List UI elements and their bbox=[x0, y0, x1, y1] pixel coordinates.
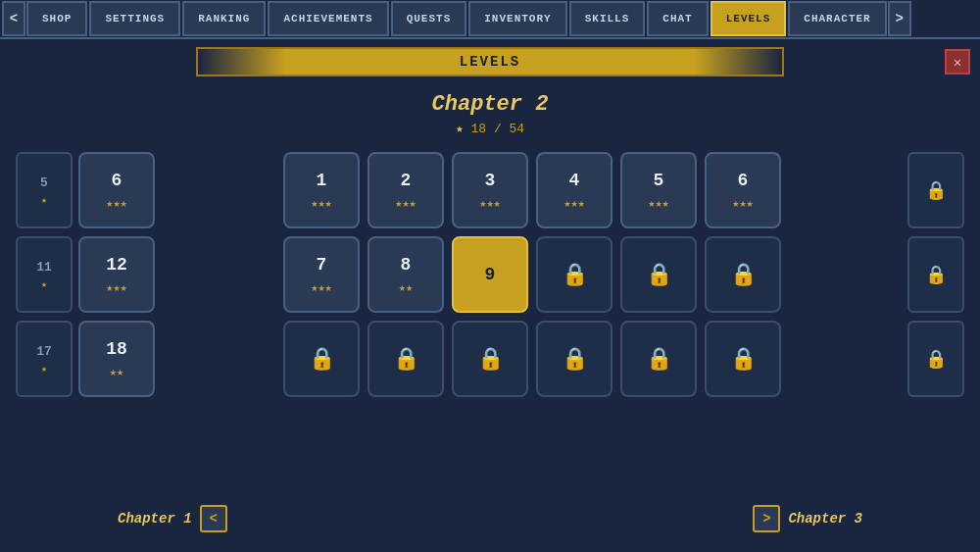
tab-character[interactable]: CHARACTER bbox=[788, 1, 886, 36]
lock-icon: 🔒 bbox=[477, 346, 504, 373]
tab-settings[interactable]: SETTINGS bbox=[89, 1, 180, 36]
chapter1-label: Chapter 1 bbox=[118, 511, 192, 527]
chapter3-label: Chapter 3 bbox=[788, 511, 862, 527]
level-number: 1 bbox=[317, 171, 327, 190]
level-tile-locked-17: 🔒 bbox=[620, 321, 697, 397]
level-number: 18 bbox=[106, 339, 127, 359]
tab-skills[interactable]: SKILLS bbox=[569, 1, 646, 36]
level-tile-locked-14: 🔒 bbox=[368, 321, 444, 397]
nav-left-arrow[interactable]: < bbox=[2, 1, 25, 36]
nav-bar: < SHOP SETTINGS RANKING ACHIEVEMENTS QUE… bbox=[0, 0, 980, 39]
level-tile-6[interactable]: 6 ★★★ bbox=[78, 152, 155, 228]
level-number: 8 bbox=[401, 255, 412, 275]
level-tile-locked-16: 🔒 bbox=[536, 321, 612, 397]
bottom-nav: Chapter 1 < > Chapter 3 bbox=[0, 505, 980, 532]
level-stars: ★★★ bbox=[732, 196, 754, 211]
tab-inventory[interactable]: INVENTORY bbox=[468, 1, 566, 36]
level-tile-8[interactable]: 8 ★★ bbox=[368, 236, 444, 313]
side-item-locked-2: 🔒 bbox=[907, 236, 964, 313]
lock-icon: 🔒 bbox=[562, 262, 588, 288]
level-tile-3[interactable]: 3 ★★★ bbox=[452, 152, 528, 228]
star-icon: ★ bbox=[456, 122, 464, 136]
left-side-panel: 5 ★ 11 ★ 17 ★ bbox=[10, 152, 78, 397]
side-stars: ★ bbox=[41, 278, 47, 290]
level-number: 4 bbox=[569, 171, 580, 190]
chapter1-nav[interactable]: Chapter 1 < bbox=[118, 505, 227, 532]
chapter-heading: Chapter 2 ★ 18 / 54 bbox=[0, 92, 980, 136]
lock-icon: 🔒 bbox=[562, 346, 588, 373]
center-grid: 1 ★★★ 2 ★★★ 3 ★★★ 4 ★★★ 5 ★★★ 6 ★★★ bbox=[163, 152, 902, 397]
level-tile-locked-18: 🔒 bbox=[705, 321, 781, 397]
chapter3-nav[interactable]: > Chapter 3 bbox=[753, 505, 862, 532]
side-item-17: 17 ★ bbox=[16, 321, 73, 397]
side-stars: ★ bbox=[41, 194, 47, 206]
level-tile-6b[interactable]: 6 ★★★ bbox=[705, 152, 781, 228]
lock-icon: 🔒 bbox=[925, 179, 947, 201]
grid-row-1: 1 ★★★ 2 ★★★ 3 ★★★ 4 ★★★ 5 ★★★ 6 ★★★ bbox=[283, 152, 781, 228]
side-level-num: 11 bbox=[36, 260, 52, 275]
right-side-panel: 🔒 🔒 🔒 bbox=[902, 152, 970, 397]
chapter3-arrow[interactable]: > bbox=[753, 505, 780, 532]
main-content: 5 ★ 11 ★ 17 ★ 6 ★★★ 12 ★★★ 18 ★★ 1 bbox=[0, 152, 980, 397]
nav-right-arrow[interactable]: > bbox=[888, 1, 911, 36]
level-tile-5[interactable]: 5 ★★★ bbox=[620, 152, 697, 228]
side-level-num: 5 bbox=[40, 176, 48, 190]
side-level-num: 17 bbox=[36, 344, 52, 359]
level-stars: ★★★ bbox=[479, 196, 501, 211]
level-number: 9 bbox=[485, 265, 496, 284]
lock-icon: 🔒 bbox=[646, 346, 672, 373]
level-number: 5 bbox=[654, 171, 664, 190]
level-tile-9[interactable]: 9 bbox=[452, 236, 528, 313]
level-stars: ★★ bbox=[399, 280, 413, 295]
level-number: 6 bbox=[738, 171, 749, 190]
level-tile-1[interactable]: 1 ★★★ bbox=[283, 152, 360, 228]
tab-shop[interactable]: SHOP bbox=[26, 1, 87, 36]
level-tile-4[interactable]: 4 ★★★ bbox=[536, 152, 612, 228]
grid-row-2: 7 ★★★ 8 ★★ 9 🔒 🔒 🔒 bbox=[283, 236, 781, 313]
level-number: 12 bbox=[106, 255, 127, 275]
lock-icon: 🔒 bbox=[925, 348, 947, 370]
lock-icon: 🔒 bbox=[730, 262, 757, 288]
level-stars: ★★★ bbox=[648, 196, 669, 211]
level-tile-2[interactable]: 2 ★★★ bbox=[368, 152, 444, 228]
level-tile-locked-13: 🔒 bbox=[283, 321, 360, 397]
tab-quests[interactable]: QUESTS bbox=[391, 1, 467, 36]
level-number: 6 bbox=[112, 171, 122, 190]
tab-ranking[interactable]: RANKING bbox=[182, 1, 266, 36]
page-title-wrap: LEVELS ✕ bbox=[0, 47, 980, 76]
tab-achievements[interactable]: ACHIEVEMENTS bbox=[268, 1, 388, 36]
chapter-stars: ★ 18 / 54 bbox=[0, 121, 980, 136]
level-stars: ★★★ bbox=[311, 280, 332, 295]
lock-icon: 🔒 bbox=[393, 346, 419, 373]
grid-row-3: 🔒 🔒 🔒 🔒 🔒 🔒 bbox=[283, 321, 781, 397]
level-stars: ★★★ bbox=[395, 196, 416, 211]
level-number: 3 bbox=[485, 171, 496, 190]
chapter-stars-label: 18 / 54 bbox=[471, 122, 525, 136]
level-tile-locked-11: 🔒 bbox=[620, 236, 697, 313]
chapter1-arrow[interactable]: < bbox=[200, 505, 227, 532]
level-number: 7 bbox=[317, 255, 327, 275]
level-tile-7[interactable]: 7 ★★★ bbox=[283, 236, 360, 313]
level-tile-locked-10: 🔒 bbox=[536, 236, 612, 313]
level-tile-18[interactable]: 18 ★★ bbox=[78, 321, 155, 397]
lock-icon: 🔒 bbox=[730, 346, 757, 373]
close-button[interactable]: ✕ bbox=[945, 49, 970, 75]
chapter-title: Chapter 2 bbox=[0, 92, 980, 117]
level-number: 2 bbox=[401, 171, 412, 190]
level-tile-12[interactable]: 12 ★★★ bbox=[78, 236, 155, 313]
level-stars: ★★★ bbox=[106, 280, 127, 295]
side-item-locked-3: 🔒 bbox=[907, 321, 964, 397]
side-item-11: 11 ★ bbox=[16, 236, 73, 313]
level-tile-locked-12: 🔒 bbox=[705, 236, 781, 313]
level-stars: ★★ bbox=[110, 365, 123, 379]
level-tile-locked-15: 🔒 bbox=[452, 321, 528, 397]
lock-icon: 🔒 bbox=[646, 262, 672, 288]
level-stars: ★★★ bbox=[564, 196, 585, 211]
tab-levels[interactable]: LEVELS bbox=[710, 1, 787, 36]
side-stars: ★ bbox=[41, 363, 47, 375]
lock-icon: 🔒 bbox=[925, 264, 947, 285]
level-stars: ★★★ bbox=[311, 196, 332, 211]
page-title: LEVELS bbox=[196, 47, 784, 76]
tab-chat[interactable]: CHAT bbox=[647, 1, 708, 36]
side-item-5: 5 ★ bbox=[16, 152, 73, 228]
